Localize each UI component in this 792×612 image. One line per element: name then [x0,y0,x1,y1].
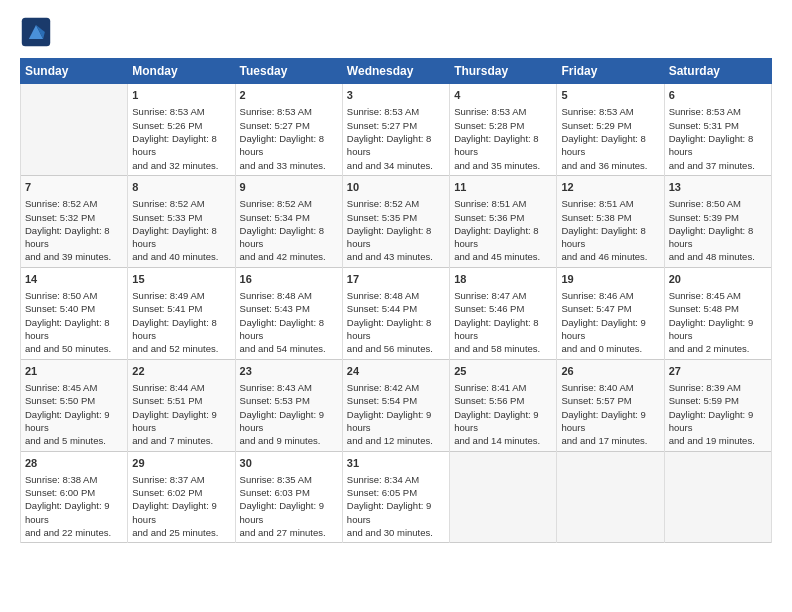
daylight-text: Daylight: Daylight: 9 hours [347,499,445,526]
sunset-text: Sunset: 5:51 PM [132,394,230,407]
calendar-cell: 24Sunrise: 8:42 AMSunset: 5:54 PMDayligh… [342,359,449,451]
sunset-text: Sunset: 5:33 PM [132,211,230,224]
sunrise-text: Sunrise: 8:44 AM [132,381,230,394]
sunrise-text: Sunrise: 8:53 AM [454,105,552,118]
sunrise-text: Sunrise: 8:50 AM [25,289,123,302]
daylight-text: Daylight: Daylight: 9 hours [132,499,230,526]
calendar-cell: 16Sunrise: 8:48 AMSunset: 5:43 PMDayligh… [235,267,342,359]
sunrise-text: Sunrise: 8:53 AM [132,105,230,118]
sunrise-text: Sunrise: 8:52 AM [347,197,445,210]
daylight-text-cont: and and 40 minutes. [132,250,230,263]
daylight-text: Daylight: Daylight: 8 hours [347,316,445,343]
daylight-text: Daylight: Daylight: 8 hours [561,224,659,251]
daylight-text: Daylight: Daylight: 9 hours [25,408,123,435]
sunrise-text: Sunrise: 8:51 AM [454,197,552,210]
calendar-cell: 30Sunrise: 8:35 AMSunset: 6:03 PMDayligh… [235,451,342,543]
day-number: 4 [454,88,552,103]
sunset-text: Sunset: 5:41 PM [132,302,230,315]
daylight-text-cont: and and 14 minutes. [454,434,552,447]
day-number: 7 [25,180,123,195]
sunrise-text: Sunrise: 8:48 AM [240,289,338,302]
day-number: 31 [347,456,445,471]
sunset-text: Sunset: 6:03 PM [240,486,338,499]
weekday-header-friday: Friday [557,59,664,84]
daylight-text-cont: and and 43 minutes. [347,250,445,263]
calendar-cell: 22Sunrise: 8:44 AMSunset: 5:51 PMDayligh… [128,359,235,451]
sunset-text: Sunset: 5:35 PM [347,211,445,224]
daylight-text: Daylight: Daylight: 9 hours [25,499,123,526]
sunrise-text: Sunrise: 8:46 AM [561,289,659,302]
sunrise-text: Sunrise: 8:52 AM [25,197,123,210]
day-number: 15 [132,272,230,287]
daylight-text: Daylight: Daylight: 8 hours [25,224,123,251]
sunrise-text: Sunrise: 8:34 AM [347,473,445,486]
sunset-text: Sunset: 5:46 PM [454,302,552,315]
logo-icon [20,16,52,48]
sunrise-text: Sunrise: 8:52 AM [240,197,338,210]
sunset-text: Sunset: 5:38 PM [561,211,659,224]
daylight-text: Daylight: Daylight: 8 hours [25,316,123,343]
calendar-cell [21,84,128,176]
daylight-text-cont: and and 39 minutes. [25,250,123,263]
sunset-text: Sunset: 5:34 PM [240,211,338,224]
sunrise-text: Sunrise: 8:37 AM [132,473,230,486]
sunrise-text: Sunrise: 8:38 AM [25,473,123,486]
daylight-text: Daylight: Daylight: 9 hours [132,408,230,435]
calendar-week-row: 7Sunrise: 8:52 AMSunset: 5:32 PMDaylight… [21,175,772,267]
sunrise-text: Sunrise: 8:41 AM [454,381,552,394]
calendar-cell: 19Sunrise: 8:46 AMSunset: 5:47 PMDayligh… [557,267,664,359]
sunrise-text: Sunrise: 8:48 AM [347,289,445,302]
calendar-cell: 31Sunrise: 8:34 AMSunset: 6:05 PMDayligh… [342,451,449,543]
sunset-text: Sunset: 5:47 PM [561,302,659,315]
daylight-text-cont: and and 52 minutes. [132,342,230,355]
sunrise-text: Sunrise: 8:47 AM [454,289,552,302]
sunset-text: Sunset: 5:28 PM [454,119,552,132]
sunrise-text: Sunrise: 8:51 AM [561,197,659,210]
sunset-text: Sunset: 5:44 PM [347,302,445,315]
daylight-text: Daylight: Daylight: 8 hours [669,224,767,251]
calendar-cell: 6Sunrise: 8:53 AMSunset: 5:31 PMDaylight… [664,84,771,176]
sunset-text: Sunset: 5:54 PM [347,394,445,407]
day-number: 23 [240,364,338,379]
sunset-text: Sunset: 5:57 PM [561,394,659,407]
sunrise-text: Sunrise: 8:45 AM [669,289,767,302]
day-number: 18 [454,272,552,287]
sunset-text: Sunset: 5:59 PM [669,394,767,407]
calendar-table: SundayMondayTuesdayWednesdayThursdayFrid… [20,58,772,543]
calendar-cell: 9Sunrise: 8:52 AMSunset: 5:34 PMDaylight… [235,175,342,267]
day-number: 13 [669,180,767,195]
sunrise-text: Sunrise: 8:53 AM [561,105,659,118]
calendar-cell: 26Sunrise: 8:40 AMSunset: 5:57 PMDayligh… [557,359,664,451]
calendar-cell: 21Sunrise: 8:45 AMSunset: 5:50 PMDayligh… [21,359,128,451]
sunrise-text: Sunrise: 8:49 AM [132,289,230,302]
sunrise-text: Sunrise: 8:35 AM [240,473,338,486]
daylight-text-cont: and and 12 minutes. [347,434,445,447]
daylight-text-cont: and and 5 minutes. [25,434,123,447]
calendar-cell: 20Sunrise: 8:45 AMSunset: 5:48 PMDayligh… [664,267,771,359]
daylight-text-cont: and and 9 minutes. [240,434,338,447]
daylight-text-cont: and and 42 minutes. [240,250,338,263]
daylight-text: Daylight: Daylight: 8 hours [132,132,230,159]
day-number: 2 [240,88,338,103]
sunrise-text: Sunrise: 8:43 AM [240,381,338,394]
daylight-text-cont: and and 35 minutes. [454,159,552,172]
daylight-text: Daylight: Daylight: 8 hours [347,132,445,159]
daylight-text-cont: and and 0 minutes. [561,342,659,355]
day-number: 8 [132,180,230,195]
day-number: 25 [454,364,552,379]
calendar-cell: 27Sunrise: 8:39 AMSunset: 5:59 PMDayligh… [664,359,771,451]
daylight-text-cont: and and 36 minutes. [561,159,659,172]
weekday-header-sunday: Sunday [21,59,128,84]
daylight-text-cont: and and 34 minutes. [347,159,445,172]
daylight-text: Daylight: Daylight: 9 hours [347,408,445,435]
daylight-text-cont: and and 48 minutes. [669,250,767,263]
daylight-text-cont: and and 33 minutes. [240,159,338,172]
daylight-text: Daylight: Daylight: 8 hours [347,224,445,251]
calendar-cell [450,451,557,543]
daylight-text: Daylight: Daylight: 9 hours [561,316,659,343]
calendar-cell [664,451,771,543]
sunset-text: Sunset: 5:43 PM [240,302,338,315]
daylight-text: Daylight: Daylight: 8 hours [240,316,338,343]
daylight-text-cont: and and 2 minutes. [669,342,767,355]
sunrise-text: Sunrise: 8:53 AM [240,105,338,118]
